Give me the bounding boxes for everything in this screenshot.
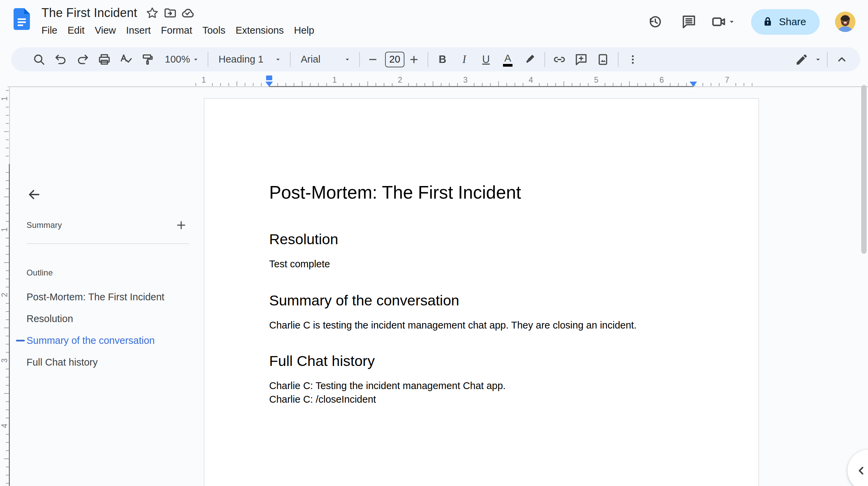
- outline-item[interactable]: Post-Mortem: The First Incident: [27, 286, 184, 308]
- account-avatar[interactable]: [835, 11, 856, 32]
- editing-mode-select[interactable]: [795, 53, 823, 66]
- spellcheck-icon: [119, 53, 133, 66]
- ruler-tick: [645, 83, 646, 86]
- paint-roller-icon: [141, 53, 155, 66]
- ruler-tick: [515, 83, 515, 86]
- vertical-scrollbar[interactable]: [861, 85, 867, 254]
- document-content[interactable]: Post-Mortem: The First Incident Resoluti…: [204, 99, 759, 406]
- docs-logo-icon[interactable]: [14, 8, 30, 30]
- history-icon: [647, 14, 663, 30]
- menu-view[interactable]: View: [90, 22, 121, 38]
- doc-heading-2[interactable]: Full Chat history: [269, 352, 697, 370]
- right-indent-marker[interactable]: [690, 82, 697, 87]
- ruler-tick: [384, 83, 384, 86]
- menu-format[interactable]: Format: [156, 22, 197, 38]
- paragraph-style-select[interactable]: Heading 1: [214, 50, 287, 69]
- close-outline-button[interactable]: [24, 184, 44, 205]
- bold-button[interactable]: B: [433, 50, 452, 69]
- menu-insert[interactable]: Insert: [121, 22, 156, 38]
- font-size-value: 20: [389, 54, 400, 65]
- left-indent-marker[interactable]: [265, 82, 273, 87]
- ruler-tick: [621, 83, 622, 86]
- version-history-button[interactable]: [644, 11, 665, 32]
- print-button[interactable]: [95, 50, 114, 69]
- doc-heading-2[interactable]: Summary of the conversation: [269, 291, 697, 309]
- join-call-button[interactable]: [711, 14, 737, 30]
- doc-section: Full Chat history Charlie C: Testing the…: [269, 352, 697, 406]
- document-title-field[interactable]: The First Incident: [41, 6, 137, 20]
- zoom-value: 100%: [165, 54, 190, 65]
- ruler-tick: [261, 83, 262, 86]
- ruler-tick: [416, 83, 417, 86]
- doc-paragraph[interactable]: Charlie C is testing the incident manage…: [269, 318, 697, 332]
- font-family-select[interactable]: Arial: [296, 50, 356, 69]
- ruler-tick: [744, 83, 744, 86]
- undo-button[interactable]: [51, 50, 70, 69]
- ruler-tick: [277, 83, 278, 86]
- ruler-tick: [498, 81, 499, 86]
- ruler-number: 5: [594, 76, 598, 85]
- add-summary-button[interactable]: [173, 217, 189, 233]
- outline-item[interactable]: Full Chat history: [27, 351, 184, 373]
- summary-divider: [27, 244, 189, 244]
- move-to-folder-button[interactable]: [161, 5, 179, 21]
- redo-button[interactable]: [73, 50, 92, 69]
- more-toolbar-options-button[interactable]: [623, 50, 642, 69]
- toolbar-separator: [359, 52, 360, 67]
- outline-item[interactable]: Summary of the conversation: [27, 330, 184, 351]
- horizontal-ruler[interactable]: 11234567: [190, 75, 765, 88]
- spellcheck-button[interactable]: [117, 50, 136, 69]
- font-size-input[interactable]: 20: [385, 52, 404, 67]
- doc-paragraph[interactable]: Test complete: [269, 257, 697, 271]
- zoom-select[interactable]: 100%: [162, 50, 203, 69]
- back-arrow-icon: [27, 187, 41, 202]
- highlight-color-button[interactable]: [520, 50, 539, 69]
- menu-file[interactable]: File: [36, 22, 63, 38]
- italic-button[interactable]: I: [455, 50, 474, 69]
- comments-button[interactable]: [678, 11, 699, 32]
- outline-item-label: Full Chat history: [27, 357, 98, 368]
- ruler-tick: [605, 83, 605, 86]
- comments-icon: [681, 14, 697, 30]
- menu-help[interactable]: Help: [289, 22, 319, 38]
- insert-link-button[interactable]: [550, 50, 569, 69]
- show-side-panel-button[interactable]: [848, 450, 868, 486]
- ruler-tick: [613, 83, 613, 86]
- doc-heading-1[interactable]: Post-Mortem: The First Incident: [269, 182, 697, 203]
- doc-paragraph[interactable]: Charlie C: /closeIncident: [269, 392, 697, 406]
- menu-extensions[interactable]: Extensions: [230, 22, 289, 38]
- share-button[interactable]: Share: [751, 9, 820, 35]
- hide-menus-button[interactable]: [832, 50, 851, 69]
- document-page[interactable]: Post-Mortem: The First Incident Resoluti…: [204, 98, 759, 486]
- ruler-tick: [408, 83, 409, 86]
- doc-heading-2[interactable]: Resolution: [269, 230, 697, 248]
- chevron-left-icon: [854, 464, 868, 477]
- ruler-tick: [678, 83, 679, 86]
- redo-icon: [76, 53, 89, 66]
- ruler-tick: [310, 83, 311, 86]
- paint-format-button[interactable]: [138, 50, 157, 69]
- ruler-tick: [376, 83, 376, 86]
- decrease-font-size-button[interactable]: [365, 50, 381, 69]
- search-menus-button[interactable]: [30, 50, 49, 69]
- insert-image-button[interactable]: [593, 50, 612, 69]
- menu-tools[interactable]: Tools: [197, 22, 230, 38]
- ruler-number: 6: [660, 76, 664, 85]
- menu-edit[interactable]: Edit: [63, 22, 90, 38]
- text-color-button[interactable]: A: [498, 50, 517, 69]
- outline-item[interactable]: Resolution: [27, 308, 184, 330]
- ruler-tick: [523, 83, 523, 86]
- ruler-number: 1: [332, 76, 337, 85]
- ruler-tick: [580, 83, 580, 86]
- underline-button[interactable]: U: [476, 50, 496, 69]
- increase-font-size-button[interactable]: [406, 50, 422, 69]
- doc-paragraph[interactable]: Charlie C: Testing the incident manageme…: [269, 379, 697, 392]
- menubar: File Edit View Insert Format Tools Exten…: [36, 22, 319, 38]
- ruler-tick: [637, 83, 638, 86]
- toolbar-separator: [428, 52, 428, 67]
- first-line-indent-marker[interactable]: [266, 76, 272, 80]
- star-button[interactable]: [143, 5, 161, 21]
- summary-section: Summary: [27, 217, 189, 233]
- add-comment-button[interactable]: [572, 50, 591, 69]
- document-status-button[interactable]: [179, 5, 196, 21]
